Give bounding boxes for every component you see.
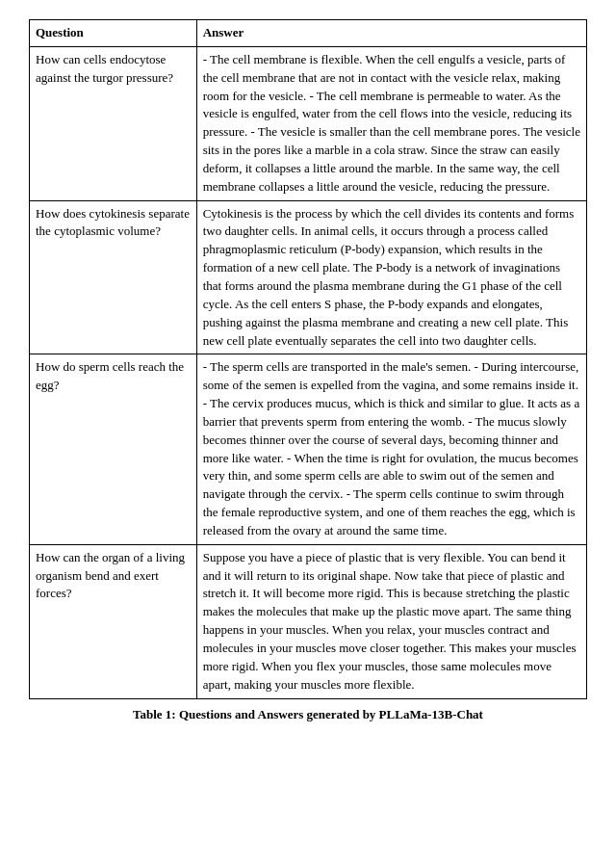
table-row: How can the organ of a living organism b… bbox=[30, 544, 587, 698]
question-cell: How do sperm cells reach the egg? bbox=[30, 354, 197, 544]
table-container: Question Answer How can cells endocytose… bbox=[29, 19, 587, 722]
answer-cell: - The sperm cells are transported in the… bbox=[196, 354, 586, 544]
caption-rest: Questions and Answers generated by PLLaM… bbox=[176, 707, 483, 721]
question-cell: How can the organ of a living organism b… bbox=[30, 544, 197, 698]
answer-cell: Suppose you have a piece of plastic that… bbox=[196, 544, 586, 698]
caption-bold: Table 1: bbox=[133, 707, 176, 721]
qa-table: Question Answer How can cells endocytose… bbox=[29, 19, 587, 699]
header-answer: Answer bbox=[196, 20, 586, 47]
table-caption: Table 1: Questions and Answers generated… bbox=[29, 707, 587, 722]
question-cell: How can cells endocytose against the tur… bbox=[30, 46, 197, 200]
question-cell: How does cytokinesis separate the cytopl… bbox=[30, 200, 197, 354]
table-row: How do sperm cells reach the egg?- The s… bbox=[30, 354, 587, 544]
table-header-row: Question Answer bbox=[30, 20, 587, 47]
answer-cell: Cytokinesis is the process by which the … bbox=[196, 200, 586, 354]
header-question: Question bbox=[30, 20, 197, 47]
table-row: How does cytokinesis separate the cytopl… bbox=[30, 200, 587, 354]
table-row: How can cells endocytose against the tur… bbox=[30, 46, 587, 200]
answer-cell: - The cell membrane is flexible. When th… bbox=[196, 46, 586, 200]
